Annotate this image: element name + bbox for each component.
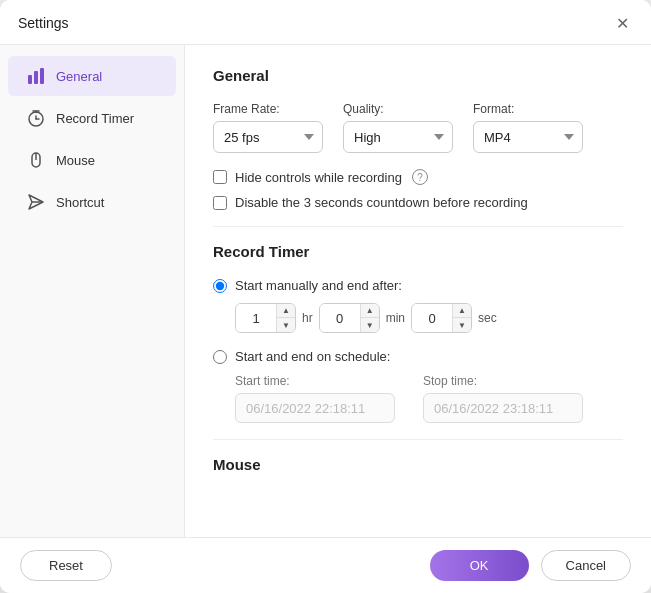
format-select[interactable]: MP4 MOV AVI xyxy=(473,121,583,153)
close-button[interactable]: ✕ xyxy=(611,12,633,34)
quality-group: Quality: High Medium Low xyxy=(343,102,453,153)
hr-spinner: ▲ ▼ xyxy=(235,303,296,333)
manual-radio[interactable] xyxy=(213,279,227,293)
svg-rect-2 xyxy=(40,68,44,84)
sec-spinner: ▲ ▼ xyxy=(411,303,472,333)
sidebar-item-general-label: General xyxy=(56,69,102,84)
svg-rect-1 xyxy=(34,71,38,84)
sidebar-item-record-timer[interactable]: Record Timer xyxy=(8,98,176,138)
sidebar-item-record-timer-label: Record Timer xyxy=(56,111,134,126)
title-bar: Settings ✕ xyxy=(0,0,651,45)
start-time-group: Start time: xyxy=(235,374,395,423)
svg-rect-0 xyxy=(28,75,32,84)
hr-up-button[interactable]: ▲ xyxy=(277,304,295,318)
body: General Record Timer xyxy=(0,45,651,537)
window-title: Settings xyxy=(18,15,69,31)
min-label: min xyxy=(386,311,405,325)
disable-countdown-label: Disable the 3 seconds countdown before r… xyxy=(235,195,528,210)
sidebar-item-mouse[interactable]: Mouse xyxy=(8,140,176,180)
sec-label: sec xyxy=(478,311,497,325)
general-title: General xyxy=(213,67,623,84)
clock-icon xyxy=(26,108,46,128)
hide-controls-row: Hide controls while recording ? xyxy=(213,169,623,185)
hide-controls-label: Hide controls while recording xyxy=(235,170,402,185)
hr-spinner-btns: ▲ ▼ xyxy=(276,304,295,332)
footer: Reset OK Cancel xyxy=(0,537,651,593)
divider-1 xyxy=(213,226,623,227)
record-timer-title: Record Timer xyxy=(213,243,623,260)
format-row: Frame Rate: 25 fps 30 fps 60 fps Quality… xyxy=(213,102,623,153)
disable-countdown-row: Disable the 3 seconds countdown before r… xyxy=(213,195,623,210)
hr-input[interactable] xyxy=(236,304,276,332)
frame-rate-group: Frame Rate: 25 fps 30 fps 60 fps xyxy=(213,102,323,153)
send-icon xyxy=(26,192,46,212)
start-time-label: Start time: xyxy=(235,374,395,388)
min-down-button[interactable]: ▼ xyxy=(361,318,379,332)
sidebar-item-shortcut-label: Shortcut xyxy=(56,195,104,210)
sidebar-item-shortcut[interactable]: Shortcut xyxy=(8,182,176,222)
sidebar-item-mouse-label: Mouse xyxy=(56,153,95,168)
min-spinner-btns: ▲ ▼ xyxy=(360,304,379,332)
stop-time-input[interactable] xyxy=(423,393,583,423)
time-inputs-row: ▲ ▼ hr ▲ ▼ min xyxy=(235,303,623,333)
sec-input[interactable] xyxy=(412,304,452,332)
sidebar-item-general[interactable]: General xyxy=(8,56,176,96)
hr-down-button[interactable]: ▼ xyxy=(277,318,295,332)
help-icon[interactable]: ? xyxy=(412,169,428,185)
stop-time-group: Stop time: xyxy=(423,374,583,423)
min-input[interactable] xyxy=(320,304,360,332)
schedule-times-row: Start time: Stop time: xyxy=(235,374,623,423)
mouse-section-title: Mouse xyxy=(213,456,623,473)
footer-actions: OK Cancel xyxy=(430,550,631,581)
format-group: Format: MP4 MOV AVI xyxy=(473,102,583,153)
ok-button[interactable]: OK xyxy=(430,550,529,581)
manual-mode-label: Start manually and end after: xyxy=(235,278,402,293)
hr-label: hr xyxy=(302,311,313,325)
start-time-input[interactable] xyxy=(235,393,395,423)
schedule-mode-label: Start and end on schedule: xyxy=(235,349,390,364)
hide-controls-checkbox[interactable] xyxy=(213,170,227,184)
reset-button[interactable]: Reset xyxy=(20,550,112,581)
settings-window: Settings ✕ General xyxy=(0,0,651,593)
chart-bar-icon xyxy=(26,66,46,86)
manual-radio-row: Start manually and end after: xyxy=(213,278,623,293)
quality-select[interactable]: High Medium Low xyxy=(343,121,453,153)
disable-countdown-checkbox[interactable] xyxy=(213,196,227,210)
stop-time-label: Stop time: xyxy=(423,374,583,388)
schedule-radio-row: Start and end on schedule: xyxy=(213,349,623,364)
schedule-radio[interactable] xyxy=(213,350,227,364)
general-section: General Frame Rate: 25 fps 30 fps 60 fps… xyxy=(213,67,623,210)
sec-spinner-btns: ▲ ▼ xyxy=(452,304,471,332)
min-up-button[interactable]: ▲ xyxy=(361,304,379,318)
sec-up-button[interactable]: ▲ xyxy=(453,304,471,318)
min-spinner: ▲ ▼ xyxy=(319,303,380,333)
format-label: Format: xyxy=(473,102,583,116)
mouse-icon xyxy=(26,150,46,170)
cancel-button[interactable]: Cancel xyxy=(541,550,631,581)
schedule-section: Start time: Stop time: xyxy=(235,374,623,423)
frame-rate-select[interactable]: 25 fps 30 fps 60 fps xyxy=(213,121,323,153)
sidebar: General Record Timer xyxy=(0,45,185,537)
main-content: General Frame Rate: 25 fps 30 fps 60 fps… xyxy=(185,45,651,537)
quality-label: Quality: xyxy=(343,102,453,116)
record-timer-section: Record Timer Start manually and end afte… xyxy=(213,243,623,423)
frame-rate-label: Frame Rate: xyxy=(213,102,323,116)
divider-2 xyxy=(213,439,623,440)
sec-down-button[interactable]: ▼ xyxy=(453,318,471,332)
